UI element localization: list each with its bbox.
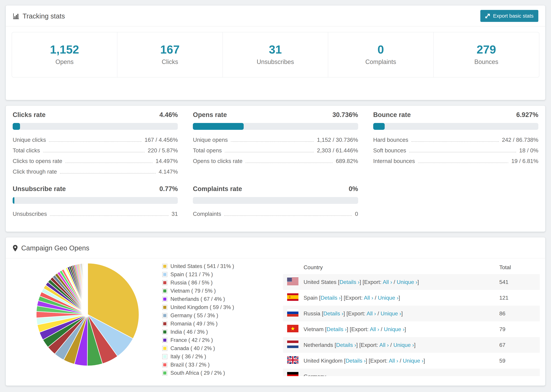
progress-fill (13, 197, 14, 204)
rate-title: Unsubscribe rate (13, 185, 66, 193)
stat-value: 19 / 6.81% (511, 158, 538, 164)
details-link-united-states[interactable]: Details › (339, 279, 360, 285)
geo-table-row-united-kingdom: United Kingdom [Details ›] [Export: All … (283, 353, 540, 369)
details-link-spain[interactable]: Details › (321, 295, 341, 301)
legend-swatch (162, 354, 167, 359)
rates-card: Clicks rate 4.46% Unique clicks167 / 4.4… (6, 105, 545, 232)
details-link-vietnam[interactable]: Details › (327, 326, 347, 332)
flag-vn-icon (287, 325, 298, 332)
legend-label: Canada ( 40 / 2% ) (170, 345, 215, 351)
page: Tracking stats Export basic stats 1,152O… (0, 0, 551, 392)
legend-label: Russia ( 86 / 5% ) (170, 280, 212, 286)
stat-value: 689.82% (336, 158, 358, 164)
progress-bar (373, 123, 538, 130)
export-all-link-russia[interactable]: All › (367, 310, 376, 317)
progress-bar (13, 197, 178, 204)
details-link-united-kingdom[interactable]: Details › (346, 358, 366, 364)
rate-stat-clicks-to-opens-rate: Clicks to opens rate14.497% (13, 158, 178, 164)
rate-value: 4.46% (160, 111, 178, 119)
legend-label: Germany ( 55 / 3% ) (170, 313, 218, 319)
progress-fill (13, 123, 20, 130)
export-basic-stats-button[interactable]: Export basic stats (480, 10, 538, 22)
rate-stat-click-through-rate: Click through rate4.147% (13, 168, 178, 175)
stat-value: 242 / 86.738% (502, 137, 538, 143)
export-unique-link-united-kingdom[interactable]: Unique › (403, 358, 424, 364)
rate-section-unsubscribe-rate: Unsubscribe rate 0.77% Unsubscribes31 (13, 185, 178, 217)
legend-item-italy: Italy ( 36 / 2% ) (162, 354, 283, 360)
legend-swatch (162, 371, 167, 375)
export-unique-link-spain[interactable]: Unique › (378, 295, 399, 301)
legend-swatch (162, 264, 167, 268)
rate-stat-unsubscribes: Unsubscribes31 (13, 211, 178, 217)
dotted-leader (43, 152, 145, 152)
legend-swatch (162, 313, 167, 318)
rate-title: Complaints rate (193, 185, 242, 193)
country-name: Germany (304, 373, 326, 376)
geo-table-row-vietnam: Vietnam [Details ›] [Export: All › / Uni… (283, 321, 540, 337)
country-cell: Netherlands [Details ›] [Export: All › /… (299, 337, 495, 353)
details-link-russia[interactable]: Details › (323, 310, 343, 317)
export-icon (485, 13, 490, 19)
stat-label: Clicks to opens rate (13, 158, 62, 164)
country-flag-cell (283, 321, 299, 337)
rate-stat-soft-bounces: Soft bounces18 / 0% (373, 147, 538, 154)
summary-label: Opens (12, 58, 117, 65)
tracking-stats-title: Tracking stats (13, 12, 65, 20)
dotted-leader (60, 173, 156, 174)
export-unique-link-netherlands[interactable]: Unique › (393, 342, 414, 348)
summary-label: Unsubscribes (223, 58, 328, 65)
details-link-netherlands[interactable]: Details › (336, 342, 356, 348)
summary-label: Clicks (117, 58, 222, 65)
legend-swatch (162, 289, 167, 293)
legend-item-spain: Spain ( 121 / 7% ) (162, 271, 283, 278)
country-name: Russia (304, 310, 320, 317)
stat-value: 14.497% (155, 158, 178, 164)
summary-stat-clicks: 167Clicks (117, 32, 223, 77)
flag-es-icon (287, 293, 298, 301)
progress-bar (193, 197, 358, 204)
country-cell: Vietnam [Details ›] [Export: All › / Uni… (299, 321, 495, 337)
dotted-leader (224, 215, 352, 216)
summary-value: 31 (223, 42, 328, 57)
country-cell: Spain [Details ›] [Export: All › / Uniqu… (299, 290, 495, 306)
rate-title: Clicks rate (13, 111, 46, 119)
legend-item-canada: Canada ( 40 / 2% ) (162, 345, 283, 351)
rate-section-opens-rate: Opens rate 30.736% Unique opens1,152 / 3… (193, 111, 358, 175)
legend-item-romania: Romania ( 49 / 3% ) (162, 321, 283, 327)
legend-label: United States ( 541 / 31% ) (170, 263, 234, 269)
summary-stat-unsubscribes: 31Unsubscribes (223, 32, 328, 77)
geo-opens-card: Campaign Geo Opens United States ( 541 /… (6, 237, 545, 386)
rate-title: Opens rate (193, 111, 227, 119)
dotted-leader (49, 141, 141, 142)
total-column-header: Total (495, 260, 540, 274)
export-unique-link-vietnam[interactable]: Unique › (384, 326, 404, 332)
export-all-link-spain[interactable]: All › (364, 295, 373, 301)
country-cell: United States [Details ›] [Export: All ›… (299, 274, 495, 290)
total-cell: 121 (495, 290, 540, 306)
flag-nl-icon (287, 341, 298, 348)
dotted-leader (418, 162, 509, 163)
export-unique-link-russia[interactable]: Unique › (381, 310, 401, 317)
legend-item-germany: Germany ( 55 / 3% ) (162, 313, 283, 319)
flag-de-icon (287, 372, 298, 376)
export-all-link-netherlands[interactable]: All › (379, 342, 389, 348)
stat-label: Unique clicks (13, 137, 46, 143)
rates-grid: Clicks rate 4.46% Unique clicks167 / 4.4… (13, 111, 538, 217)
total-cell: 67 (495, 337, 540, 353)
legend-item-united-kingdom: United Kingdom ( 59 / 3% ) (162, 304, 283, 310)
stat-label: Opens to clicks rate (193, 158, 242, 164)
rate-value: 30.736% (332, 111, 358, 119)
export-all-link-vietnam[interactable]: All › (370, 326, 379, 332)
legend-label: Vietnam ( 79 / 5% ) (170, 288, 216, 294)
rate-value: 0% (349, 185, 358, 193)
progress-fill (193, 123, 244, 130)
stat-value: 220 / 5.87% (148, 147, 178, 154)
legend-item-united-states: United States ( 541 / 31% ) (162, 263, 283, 269)
legend-label: France ( 42 / 2% ) (170, 337, 213, 343)
legend-swatch (162, 280, 167, 285)
country-flag-cell (283, 353, 299, 369)
export-all-link-united-states[interactable]: All › (383, 279, 392, 285)
legend-item-netherlands: Netherlands ( 67 / 4% ) (162, 296, 283, 302)
export-unique-link-united-states[interactable]: Unique › (397, 279, 417, 285)
export-all-link-united-kingdom[interactable]: All › (389, 358, 398, 364)
